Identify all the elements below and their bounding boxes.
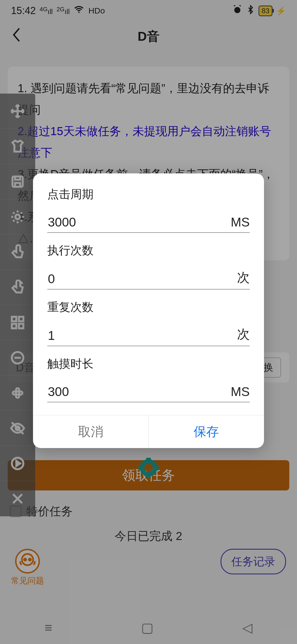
click-interval-input[interactable] [47,213,227,232]
field-label: 重复次数 [47,299,250,315]
field-exec-count: 执行次数 次 [47,243,250,290]
field-label: 点击周期 [47,187,250,202]
cancel-button[interactable]: 取消 [33,415,149,448]
field-label: 触摸时长 [47,356,250,372]
field-touch-duration: 触摸时长 MS [47,356,250,402]
unit-label: MS [231,215,250,232]
repeat-count-input[interactable] [47,326,234,346]
unit-label: MS [231,384,250,402]
field-label: 执行次数 [47,243,250,258]
unit-label: 次 [237,326,250,346]
field-repeat-count: 重复次数 次 [47,299,250,346]
unit-label: 次 [237,269,250,289]
field-click-interval: 点击周期 MS [47,187,250,233]
save-button[interactable]: 保存 [149,415,264,448]
exec-count-input[interactable] [47,270,234,289]
touch-duration-input[interactable] [47,383,227,402]
settings-dialog: 点击周期 MS 执行次数 次 重复次数 次 [33,173,264,448]
